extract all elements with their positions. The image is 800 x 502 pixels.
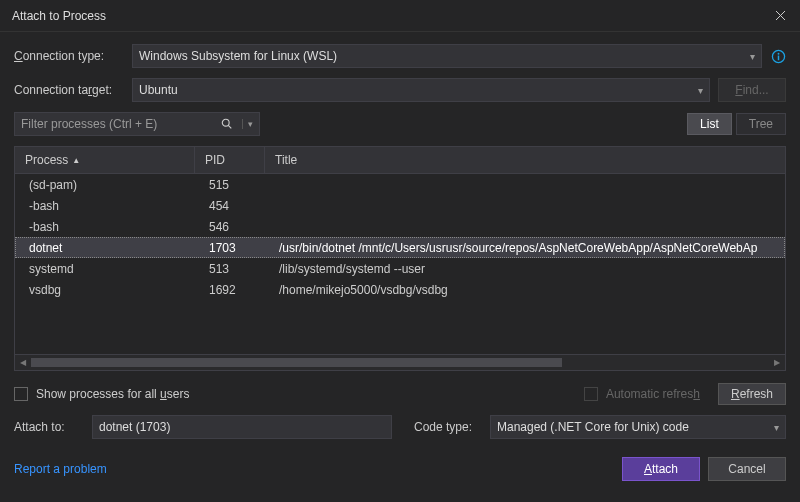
col-title-header[interactable]: Title — [265, 147, 785, 173]
attach-to-value: dotnet (1703) — [99, 420, 170, 434]
chevron-down-icon: ▾ — [698, 85, 703, 96]
cell-process: vsdbg — [15, 279, 195, 300]
attach-to-label: Attach to: — [14, 420, 84, 434]
attach-to-field[interactable]: dotnet (1703) — [92, 415, 392, 439]
cell-title — [265, 195, 785, 216]
cell-pid: 1703 — [195, 237, 265, 258]
table-row[interactable]: systemd513/lib/systemd/systemd --user — [15, 258, 785, 279]
table-row[interactable]: -bash546 — [15, 216, 785, 237]
table-row[interactable]: vsdbg1692/home/mikejo5000/vsdbg/vsdbg — [15, 279, 785, 300]
sort-asc-icon: ▲ — [72, 156, 80, 165]
connection-type-label: Connection type: — [14, 49, 124, 63]
search-icon — [221, 118, 233, 130]
cell-title: /home/mikejo5000/vsdbg/vsdbg — [265, 279, 785, 300]
auto-refresh-checkbox — [584, 387, 598, 401]
view-toggle: List Tree — [687, 113, 786, 135]
cell-title: /usr/bin/dotnet /mnt/c/Users/usrusr/sour… — [265, 237, 785, 258]
scroll-thumb[interactable] — [31, 358, 562, 367]
cell-process: -bash — [15, 195, 195, 216]
table-header: Process ▲ PID Title — [15, 147, 785, 174]
close-button[interactable] — [760, 0, 800, 32]
scroll-track[interactable] — [31, 355, 769, 370]
scroll-left-icon[interactable]: ◀ — [15, 355, 31, 371]
table-row[interactable]: (sd-pam)515 — [15, 174, 785, 195]
col-process-header[interactable]: Process ▲ — [15, 147, 195, 173]
col-pid-header[interactable]: PID — [195, 147, 265, 173]
cell-title: /lib/systemd/systemd --user — [265, 258, 785, 279]
cell-pid: 454 — [195, 195, 265, 216]
scroll-right-icon[interactable]: ▶ — [769, 355, 785, 371]
cell-title — [265, 216, 785, 237]
cell-pid: 1692 — [195, 279, 265, 300]
cell-process: -bash — [15, 216, 195, 237]
chevron-down-icon: ▾ — [774, 422, 779, 433]
chevron-down-icon[interactable]: ▾ — [242, 119, 253, 129]
show-all-users-label: Show processes for all users — [36, 387, 189, 401]
connection-target-value: Ubuntu — [139, 83, 178, 97]
horizontal-scrollbar[interactable]: ◀ ▶ — [15, 354, 785, 370]
cell-pid: 546 — [195, 216, 265, 237]
cell-process: (sd-pam) — [15, 174, 195, 195]
connection-target-dropdown[interactable]: Ubuntu ▾ — [132, 78, 710, 102]
info-icon[interactable] — [770, 48, 786, 64]
report-problem-link[interactable]: Report a problem — [14, 462, 107, 476]
show-all-users-checkbox[interactable] — [14, 387, 28, 401]
cell-title — [265, 174, 785, 195]
refresh-button[interactable]: Refresh — [718, 383, 786, 405]
connection-type-value: Windows Subsystem for Linux (WSL) — [139, 49, 337, 63]
code-type-label: Code type: — [414, 420, 482, 434]
cancel-button[interactable]: Cancel — [708, 457, 786, 481]
table-row[interactable]: dotnet1703/usr/bin/dotnet /mnt/c/Users/u… — [15, 237, 785, 258]
window-title: Attach to Process — [12, 9, 106, 23]
table-row[interactable]: -bash454 — [15, 195, 785, 216]
cell-pid: 513 — [195, 258, 265, 279]
svg-rect-2 — [777, 55, 779, 60]
title-bar: Attach to Process — [0, 0, 800, 32]
cell-pid: 515 — [195, 174, 265, 195]
filter-input[interactable]: Filter processes (Ctrl + E) ▾ — [14, 112, 260, 136]
attach-button[interactable]: Attach — [622, 457, 700, 481]
svg-point-3 — [222, 119, 229, 126]
code-type-value: Managed (.NET Core for Unix) code — [497, 420, 689, 434]
connection-type-dropdown[interactable]: Windows Subsystem for Linux (WSL) ▾ — [132, 44, 762, 68]
process-table: Process ▲ PID Title (sd-pam)515-bash454-… — [14, 146, 786, 371]
close-icon — [775, 10, 786, 21]
cell-process: systemd — [15, 258, 195, 279]
auto-refresh-label: Automatic refresh — [606, 387, 700, 401]
cell-process: dotnet — [15, 237, 195, 258]
list-view-button[interactable]: List — [687, 113, 732, 135]
filter-placeholder: Filter processes (Ctrl + E) — [21, 117, 157, 131]
code-type-dropdown[interactable]: Managed (.NET Core for Unix) code ▾ — [490, 415, 786, 439]
connection-target-label: Connection target: — [14, 83, 124, 97]
tree-view-button[interactable]: Tree — [736, 113, 786, 135]
chevron-down-icon: ▾ — [750, 51, 755, 62]
svg-line-4 — [228, 125, 231, 128]
table-body: (sd-pam)515-bash454-bash546dotnet1703/us… — [15, 174, 785, 354]
find-button: Find... — [718, 78, 786, 102]
svg-point-1 — [777, 52, 779, 54]
